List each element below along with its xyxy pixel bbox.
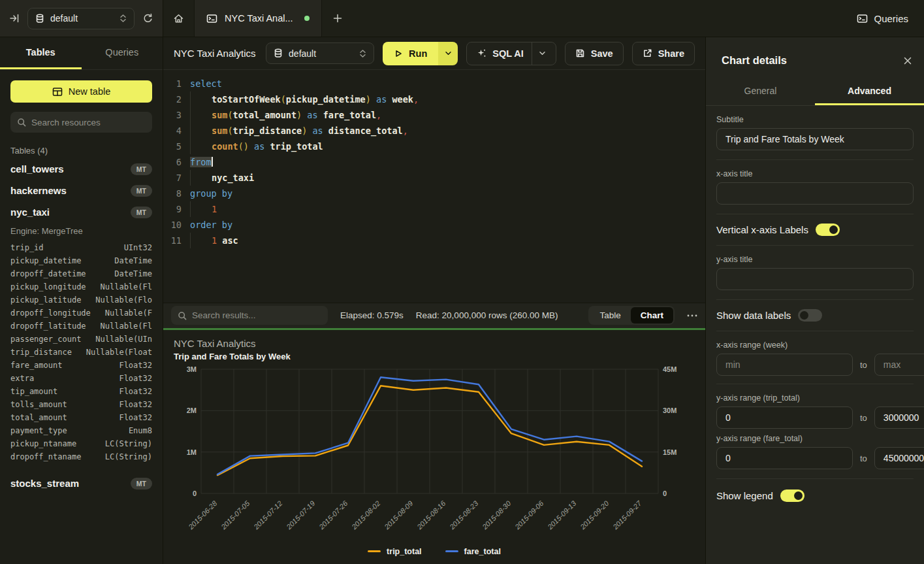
line-code: select bbox=[190, 76, 222, 91]
line-code: nyc_taxi bbox=[190, 170, 254, 186]
subtitle-input[interactable] bbox=[716, 128, 914, 150]
svg-text:2015-08-16: 2015-08-16 bbox=[415, 499, 447, 531]
refresh-button[interactable] bbox=[142, 13, 153, 24]
x-range-min-input[interactable] bbox=[716, 354, 853, 376]
table-row-cell_towers[interactable]: cell_towersMT bbox=[10, 158, 152, 180]
table-row-nyc_taxi[interactable]: nyc_taxiMT bbox=[10, 201, 152, 223]
editor-line: 4sum(trip_distance) as distance_total, bbox=[163, 123, 705, 139]
sql-token: , bbox=[413, 94, 419, 105]
save-icon bbox=[575, 48, 585, 58]
results-search-input[interactable] bbox=[192, 310, 321, 320]
collapse-sidebar-button[interactable] bbox=[9, 13, 20, 24]
svg-text:2M: 2M bbox=[187, 406, 197, 414]
text-cursor bbox=[212, 157, 213, 167]
y-range-fare-to-label: to bbox=[853, 454, 874, 463]
column-type: UInt32 bbox=[124, 243, 152, 252]
svg-text:2015-08-23: 2015-08-23 bbox=[447, 499, 480, 531]
line-number: 9 bbox=[163, 201, 182, 217]
home-button[interactable] bbox=[163, 0, 195, 37]
queries-link[interactable]: Queries bbox=[841, 0, 924, 37]
x-axis-title-input[interactable] bbox=[716, 182, 914, 205]
column-name: fare_amount bbox=[10, 361, 62, 370]
sql-token: trip_total bbox=[270, 141, 323, 152]
run-options-button[interactable] bbox=[438, 42, 458, 65]
y-range-trip-max-input[interactable] bbox=[874, 406, 924, 429]
y-axis-title-input[interactable] bbox=[716, 268, 914, 290]
panel-tab-general[interactable]: General bbox=[706, 80, 815, 105]
sql-token: sum bbox=[212, 110, 227, 120]
results-more-button[interactable] bbox=[687, 314, 697, 317]
svg-text:15M: 15M bbox=[663, 448, 677, 456]
share-button[interactable]: Share bbox=[632, 42, 695, 65]
table-name: cell_towers bbox=[10, 163, 64, 174]
sql-editor[interactable]: 1select2toStartOfWeek(pickup_datetime) a… bbox=[163, 70, 705, 303]
column-name: tip_amount bbox=[10, 387, 57, 396]
new-tab-button[interactable] bbox=[322, 0, 353, 37]
sql-token: as bbox=[249, 141, 270, 152]
sidebar-tab-tables[interactable]: Tables bbox=[0, 37, 82, 69]
topbar-database-selector[interactable]: default bbox=[27, 8, 135, 29]
x-range-label: x-axis range (week) bbox=[716, 340, 914, 350]
y-range-fare-max-input[interactable] bbox=[874, 447, 924, 469]
show-legend-toggle[interactable] bbox=[780, 489, 805, 502]
chart-card: NYC Taxi Analytics Trip and Fare Totals … bbox=[163, 330, 705, 564]
line-number: 2 bbox=[163, 91, 182, 107]
sidebar-tab-queries[interactable]: Queries bbox=[82, 37, 163, 69]
svg-text:2015-06-28: 2015-06-28 bbox=[186, 499, 219, 531]
results-chart-svg: 001M15M2M30M3M45M2015-06-282015-07-05201… bbox=[174, 365, 695, 543]
panel-tabs: General Advanced bbox=[706, 80, 924, 106]
elapsed-stat: Elapsed: 0.579s bbox=[340, 310, 404, 320]
column-name: trip_id bbox=[10, 243, 44, 252]
engine-badge: MT bbox=[131, 207, 152, 218]
column-type: Nullable(Flo bbox=[95, 295, 152, 305]
spacer bbox=[10, 463, 152, 473]
divider bbox=[716, 478, 914, 479]
divider bbox=[716, 159, 914, 160]
y-range-fare-min-input[interactable] bbox=[716, 447, 853, 469]
view-toggle-table[interactable]: Table bbox=[590, 307, 630, 323]
table-row-stocks_stream[interactable]: stocks_streamMT bbox=[10, 473, 152, 494]
run-button-group: Run bbox=[383, 42, 458, 65]
sql-token: ) bbox=[366, 94, 371, 105]
collapse-sidebar-icon bbox=[9, 13, 20, 24]
chart-subtitle: Trip and Fare Totals by Week bbox=[174, 352, 695, 361]
save-button[interactable]: Save bbox=[565, 42, 624, 65]
sql-token: toStartOfWeek bbox=[212, 94, 281, 105]
y-range-trip-to-label: to bbox=[853, 413, 874, 423]
column-name: trip_distance bbox=[10, 348, 72, 357]
view-toggle: Table Chart bbox=[588, 306, 675, 325]
query-database-selector[interactable]: default bbox=[266, 42, 374, 64]
editor-line: 1select bbox=[163, 76, 705, 91]
column-type: Float32 bbox=[119, 374, 152, 383]
new-table-button[interactable]: New table bbox=[10, 80, 152, 103]
panel-title: Chart details bbox=[722, 54, 787, 67]
sidebar-search-input[interactable] bbox=[31, 118, 147, 127]
share-label: Share bbox=[658, 48, 684, 59]
column-row: tolls_amountFloat32 bbox=[10, 398, 152, 411]
y-range-trip-min-input[interactable] bbox=[716, 406, 853, 429]
column-name: dropoff_longitude bbox=[10, 308, 91, 318]
view-toggle-chart[interactable]: Chart bbox=[631, 307, 673, 323]
line-number: 3 bbox=[163, 107, 182, 123]
refresh-icon bbox=[142, 13, 153, 24]
line-number: 4 bbox=[163, 123, 182, 139]
sql-ai-button[interactable]: SQL AI bbox=[466, 42, 556, 65]
sql-token: , bbox=[403, 125, 408, 136]
table-row-hackernews[interactable]: hackernewsMT bbox=[10, 180, 152, 201]
tab-nyc-taxi-analytics[interactable]: NYC Taxi Anal... bbox=[195, 0, 322, 37]
results-search bbox=[171, 306, 328, 325]
panel-tab-advanced[interactable]: Advanced bbox=[815, 80, 924, 105]
show-data-labels-toggle[interactable] bbox=[798, 309, 822, 322]
column-row: pickup_longitudeNullable(Fl bbox=[10, 280, 152, 293]
sql-ai-options[interactable] bbox=[532, 42, 546, 65]
panel-body: Subtitle x-axis title Vertical x-axis La… bbox=[706, 106, 924, 564]
new-table-label: New table bbox=[69, 86, 110, 97]
run-button[interactable]: Run bbox=[383, 42, 438, 65]
column-name: pickup_latitude bbox=[10, 295, 81, 305]
column-name: pickup_ntaname bbox=[10, 439, 76, 448]
y-range-trip-label: y-axis range (trip_total) bbox=[716, 393, 914, 403]
close-panel-button[interactable] bbox=[903, 56, 912, 65]
vertical-x-labels-toggle[interactable] bbox=[816, 224, 840, 236]
column-type: Nullable(UIn bbox=[95, 335, 152, 344]
x-range-max-input[interactable] bbox=[874, 354, 924, 376]
